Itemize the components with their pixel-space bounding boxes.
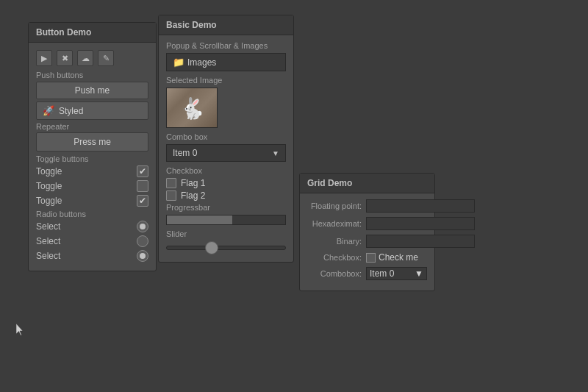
images-label: Images: [187, 57, 216, 68]
check-me-label: Check me: [379, 252, 418, 263]
toggle-checkbox-2[interactable]: [137, 180, 148, 192]
radio-label-2: Select: [36, 236, 60, 246]
flag2-row: Flag 2: [166, 190, 286, 201]
toggle-checkbox-3[interactable]: ✔: [137, 195, 148, 207]
rocket-icon: 🚀: [43, 105, 54, 116]
radio-label-3: Select: [36, 251, 60, 261]
flag1-row: Flag 1: [166, 178, 286, 188]
floating-point-row: Floating point:: [307, 199, 427, 213]
radio-button-1[interactable]: [137, 221, 148, 232]
mouse-cursor: [16, 324, 25, 339]
grid-checkbox[interactable]: [366, 253, 376, 263]
radio-label-1: Select: [36, 221, 60, 232]
press-me-button[interactable]: Press me: [36, 132, 148, 152]
binary-label: Binary:: [307, 237, 366, 246]
radio-row-3: Select: [36, 250, 148, 262]
checkbox-group: Check me: [366, 252, 418, 263]
cloud-icon[interactable]: ☁: [77, 50, 93, 66]
checkbox-row-label: Checkbox:: [307, 253, 366, 262]
button-demo-title: Button Demo: [29, 23, 156, 43]
tools-icon[interactable]: ✖: [57, 50, 73, 66]
flag2-checkbox[interactable]: [166, 190, 176, 201]
play-icon[interactable]: ▶: [36, 50, 52, 66]
edit-icon[interactable]: ✎: [98, 50, 114, 66]
checkbox-label: Checkbox: [166, 166, 286, 175]
basic-demo-title: Basic Demo: [159, 15, 293, 35]
toggle-label-2: Toggle: [36, 181, 62, 191]
styled-button[interactable]: 🚀 Styled: [36, 101, 148, 120]
styled-button-label: Styled: [59, 106, 83, 116]
grid-demo-title: Grid Demo: [300, 174, 434, 193]
grid-combobox[interactable]: Item 0 ▼: [366, 267, 427, 280]
toggle-checkbox-1[interactable]: ✔: [137, 165, 148, 177]
grid-demo-panel: Grid Demo Floating point: Hexadeximat: B…: [299, 173, 435, 291]
hexadeximat-input[interactable]: [366, 217, 475, 230]
floating-point-label: Floating point:: [307, 202, 366, 210]
push-buttons-label: Push buttons: [36, 71, 148, 79]
radio-row-2: Select: [36, 235, 148, 247]
icon-toolbar: ▶ ✖ ☁ ✎: [36, 49, 148, 68]
checkbox-row-grid: Checkbox: Check me: [307, 252, 427, 263]
button-demo-panel: Button Demo ▶ ✖ ☁ ✎ Push buttons Push me…: [28, 22, 157, 271]
radio-button-2[interactable]: [137, 235, 148, 247]
progressbar-label: Progressbar: [166, 203, 286, 212]
slider-track: [166, 246, 286, 250]
images-folder-button[interactable]: 📁 Images: [166, 53, 286, 71]
binary-row: Binary:: [307, 235, 427, 248]
repeater-label: Repeater: [36, 122, 148, 131]
popup-label: Popup & Scrollbar & Images: [166, 41, 286, 50]
push-me-button[interactable]: Push me: [36, 82, 148, 99]
toggle-label-1: Toggle: [36, 166, 62, 177]
combo-box[interactable]: Item 0 ▼: [166, 144, 286, 162]
combobox-label: Combobox:: [307, 269, 366, 278]
binary-input[interactable]: [366, 235, 475, 248]
slider-thumb[interactable]: [205, 241, 218, 254]
basic-demo-panel: Basic Demo Popup & Scrollbar & Images 📁 …: [158, 15, 294, 263]
grid-combo-arrow-icon: ▼: [415, 268, 423, 279]
progress-fill: [167, 215, 232, 224]
combobox-row: Combobox: Item 0 ▼: [307, 267, 427, 280]
toggle-row-2: Toggle: [36, 180, 148, 192]
combo-arrow-icon: ▼: [272, 149, 279, 157]
image-preview: [166, 88, 218, 128]
toggle-row-1: Toggle ✔: [36, 165, 148, 177]
toggle-row-3: Toggle ✔: [36, 195, 148, 207]
slider-label: Slider: [166, 229, 286, 238]
toggle-label-3: Toggle: [36, 196, 62, 206]
flag1-label: Flag 1: [181, 178, 205, 188]
radio-buttons-label: Radio buttons: [36, 210, 148, 218]
folder-icon: 📁: [173, 57, 184, 68]
grid-combo-value: Item 0: [370, 268, 394, 279]
progress-bar: [166, 215, 286, 225]
toggle-buttons-label: Toggle buttons: [36, 154, 148, 163]
flag1-checkbox[interactable]: [166, 178, 176, 188]
hexadeximat-row: Hexadeximat:: [307, 217, 427, 230]
radio-button-3[interactable]: [137, 250, 148, 262]
radio-row-1: Select: [36, 221, 148, 232]
hexadeximat-label: Hexadeximat:: [307, 219, 366, 228]
floating-point-input[interactable]: [366, 199, 475, 213]
combo-box-label: Combo box: [166, 132, 286, 141]
flag2-label: Flag 2: [181, 190, 205, 201]
combo-box-value: Item 0: [173, 148, 197, 158]
selected-image-label: Selected Image: [166, 76, 286, 85]
